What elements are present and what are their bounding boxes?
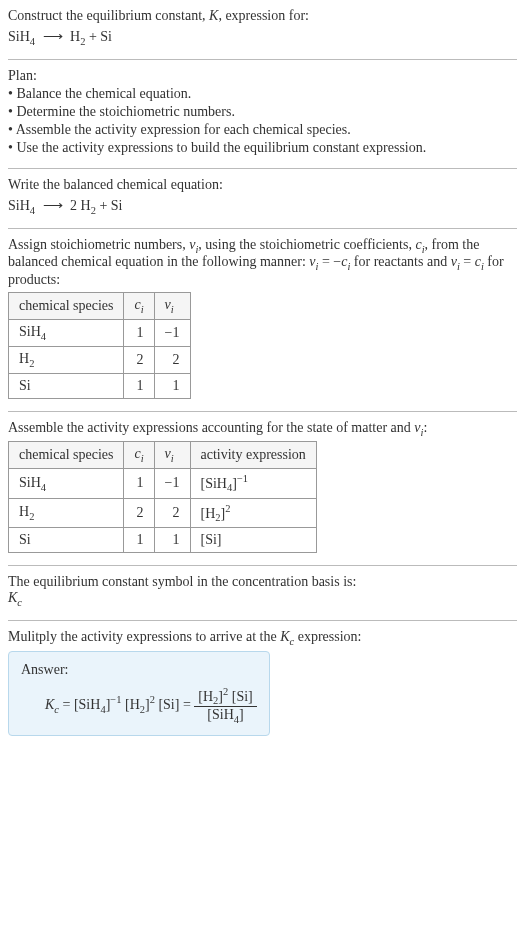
sp: SiH [19, 324, 41, 339]
fraction-denominator: [SiH4] [194, 707, 256, 725]
eq: = [179, 697, 194, 712]
nu-cell: 2 [154, 346, 190, 373]
table-row: H2 2 2 [H2]2 [9, 498, 317, 527]
c-cell: 2 [124, 498, 154, 527]
sp: SiH [19, 475, 41, 490]
sp-sub: 2 [29, 511, 34, 522]
multiply-text: Mulitply the activity expressions to arr… [8, 629, 517, 647]
act-sup: −1 [237, 473, 248, 484]
rhs-coef: 2 H [70, 198, 91, 213]
lhs: SiH [8, 198, 30, 213]
text: Mulitply the activity expressions to arr… [8, 629, 280, 644]
text: Construct the equilibrium constant, [8, 8, 209, 23]
activity-cell: [SiH4]−1 [190, 469, 316, 498]
lhs-sub: 4 [30, 205, 35, 216]
symbol-text: The equilibrium constant symbol in the c… [8, 574, 517, 590]
species-cell: SiH4 [9, 319, 124, 346]
plan-item: • Use the activity expressions to build … [8, 140, 517, 156]
table-row: Si 1 1 [Si] [9, 528, 317, 553]
unbalanced-equation: SiH4 ⟶ H2 + Si [8, 28, 517, 47]
text: , expression for: [218, 8, 309, 23]
c-sub: i [141, 304, 144, 315]
table-row: H2 2 2 [9, 346, 191, 373]
plan-title: Plan: [8, 68, 517, 84]
symbol-section: The equilibrium constant symbol in the c… [8, 574, 517, 608]
col-nu: νi [154, 442, 190, 469]
fraction-numerator: [H2]2 [Si] [194, 686, 256, 707]
rhs-h: H [70, 29, 80, 44]
sp: H [19, 351, 29, 366]
assemble-text: Assemble the activity expressions accoun… [8, 420, 517, 438]
nu-cell: 1 [154, 528, 190, 553]
balanced-equation: SiH4 ⟶ 2 H2 + Si [8, 197, 517, 216]
text: : [423, 420, 427, 435]
species-cell: Si [9, 528, 124, 553]
species-cell: SiH4 [9, 469, 124, 498]
arrow-icon: ⟶ [43, 28, 63, 45]
answer-title: Answer: [21, 662, 257, 678]
sp-sub: 4 [41, 481, 46, 492]
K: K [8, 590, 17, 605]
col-species: chemical species [9, 293, 124, 320]
t1: [SiH [74, 697, 100, 712]
sp: H [19, 504, 29, 519]
K: K [45, 697, 54, 712]
c-cell: 1 [124, 319, 154, 346]
divider [8, 228, 517, 229]
act-sup: 2 [225, 503, 230, 514]
nu-cell: 2 [154, 498, 190, 527]
species-cell: H2 [9, 498, 124, 527]
plan-item: • Determine the stoichiometric numbers. [8, 104, 517, 120]
species-cell: Si [9, 373, 124, 398]
divider [8, 168, 517, 169]
assemble-section: Assemble the activity expressions accoun… [8, 420, 517, 554]
den: [SiH [207, 707, 233, 722]
lhs-sub: 4 [30, 36, 35, 47]
act: [Si] [201, 532, 222, 547]
col-c: ci [124, 293, 154, 320]
table-header-row: chemical species ci νi activity expressi… [9, 442, 317, 469]
act: [H [201, 505, 216, 520]
text: Assemble the activity expressions accoun… [8, 420, 414, 435]
sp: Si [19, 378, 31, 393]
t3: [Si] [158, 697, 179, 712]
nu-cell: −1 [154, 319, 190, 346]
Kc-symbol: Kc [8, 590, 517, 608]
text: , using the stoichiometric coefficients, [198, 237, 415, 252]
c-cell: 1 [124, 469, 154, 498]
divider [8, 565, 517, 566]
divider [8, 411, 517, 412]
balanced-section: Write the balanced chemical equation: Si… [8, 177, 517, 216]
activity-cell: [Si] [190, 528, 316, 553]
nu-sub: i [171, 453, 174, 464]
stoich-table: chemical species ci νi SiH4 1 −1 H2 2 2 … [8, 292, 191, 398]
sp-sub: 4 [41, 331, 46, 342]
table-header-row: chemical species ci νi [9, 293, 191, 320]
rhs-tail: + Si [85, 29, 112, 44]
prompt-section: Construct the equilibrium constant, K, e… [8, 8, 517, 47]
t1-sup: −1 [110, 694, 121, 705]
K-symbol: K [209, 8, 218, 23]
divider [8, 620, 517, 621]
prompt-line1: Construct the equilibrium constant, K, e… [8, 8, 517, 24]
plan-item: • Assemble the activity expression for e… [8, 122, 517, 138]
table-row: Si 1 1 [9, 373, 191, 398]
num: [H [198, 688, 213, 703]
c-cell: 1 [124, 373, 154, 398]
num-b: [Si] [232, 688, 253, 703]
c-cell: 1 [124, 528, 154, 553]
text: for reactants and [350, 254, 450, 269]
activity-table: chemical species ci νi activity expressi… [8, 441, 317, 553]
text: expression: [294, 629, 361, 644]
table-row: SiH4 1 −1 [9, 319, 191, 346]
nu-cell: 1 [154, 373, 190, 398]
c-cell: 2 [124, 346, 154, 373]
table-row: SiH4 1 −1 [SiH4]−1 [9, 469, 317, 498]
sp: Si [19, 532, 31, 547]
plan-item: • Balance the chemical equation. [8, 86, 517, 102]
den: ] [239, 707, 244, 722]
fraction: [H2]2 [Si][SiH4] [194, 686, 256, 725]
eq: = [460, 254, 475, 269]
K-sub: c [17, 597, 22, 608]
act: [SiH [201, 476, 227, 491]
